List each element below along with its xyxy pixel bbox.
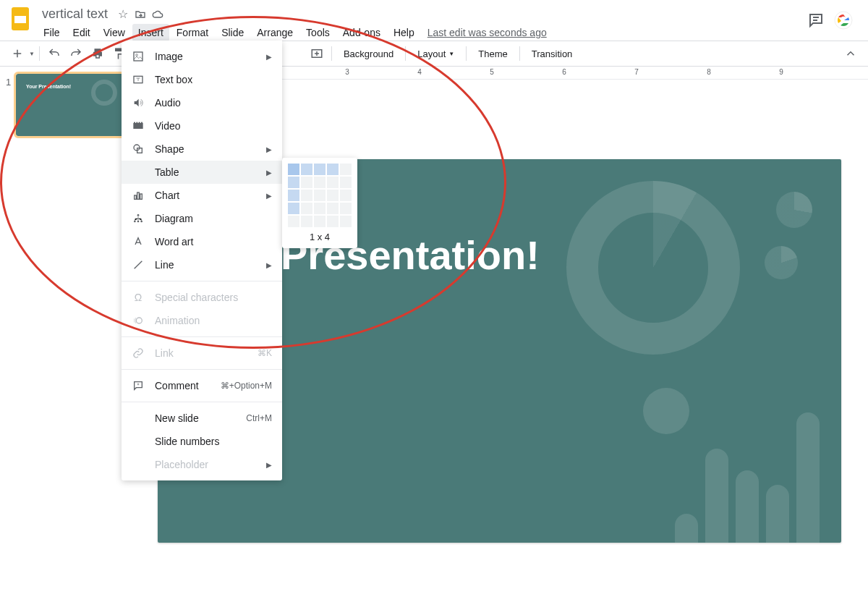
picker-cell[interactable] bbox=[288, 164, 299, 175]
ruler-tick: 7 bbox=[634, 68, 639, 76]
picker-cell[interactable] bbox=[314, 190, 326, 201]
theme-button[interactable]: Theme bbox=[471, 46, 514, 62]
picker-cell[interactable] bbox=[288, 203, 299, 214]
thumbnail-graphic bbox=[91, 80, 117, 106]
menu-item-label: Special characters bbox=[155, 292, 238, 303]
ruler-tick: 4 bbox=[417, 68, 422, 76]
menu-insert[interactable]: Insert bbox=[132, 24, 169, 41]
svg-rect-1 bbox=[14, 16, 26, 23]
menu-view[interactable]: View bbox=[98, 24, 131, 41]
blank-icon bbox=[132, 412, 145, 425]
menu-item-table[interactable]: Table ▶ bbox=[122, 161, 282, 184]
picker-cell[interactable] bbox=[288, 216, 299, 227]
menu-slide[interactable]: Slide bbox=[216, 24, 250, 41]
menu-arrange[interactable]: Arrange bbox=[251, 24, 299, 41]
menu-item-link: Link ⌘K bbox=[122, 342, 282, 365]
slide-graphic-donut bbox=[566, 181, 740, 355]
picker-cell[interactable] bbox=[314, 164, 326, 175]
picker-cell[interactable] bbox=[340, 177, 352, 188]
picker-cell[interactable] bbox=[327, 190, 339, 201]
picker-cell[interactable] bbox=[340, 203, 352, 214]
chart-icon bbox=[132, 189, 145, 202]
svg-line-23 bbox=[135, 261, 142, 269]
picker-cell[interactable] bbox=[301, 203, 312, 214]
menu-item-placeholder: Placeholder ▶ bbox=[122, 453, 282, 476]
picker-cell[interactable] bbox=[327, 216, 339, 227]
picker-cell[interactable] bbox=[327, 177, 339, 188]
menu-item-audio[interactable]: Audio bbox=[122, 91, 282, 114]
svg-rect-9 bbox=[133, 123, 142, 129]
svg-rect-17 bbox=[137, 192, 140, 199]
blank-icon bbox=[132, 458, 145, 471]
title-row: vertical text ☆ bbox=[38, 6, 807, 22]
picker-cell[interactable] bbox=[340, 216, 352, 227]
menu-edit[interactable]: Edit bbox=[67, 24, 96, 41]
picker-cell[interactable] bbox=[340, 190, 352, 201]
document-title[interactable]: vertical text bbox=[38, 6, 112, 22]
picker-cell[interactable] bbox=[314, 177, 326, 188]
fit-button[interactable] bbox=[307, 43, 327, 64]
menu-item-video[interactable]: Video bbox=[122, 114, 282, 137]
menu-item-chart[interactable]: Chart ▶ bbox=[122, 184, 282, 207]
svg-rect-6 bbox=[134, 52, 142, 61]
move-icon[interactable] bbox=[134, 8, 147, 21]
redo-button[interactable] bbox=[66, 43, 86, 64]
picker-cell[interactable] bbox=[314, 203, 326, 214]
picker-cell[interactable] bbox=[301, 177, 312, 188]
menu-item-new-slide[interactable]: New slide Ctrl+M bbox=[122, 407, 282, 430]
menu-item-shape[interactable]: Shape ▶ bbox=[122, 137, 282, 161]
new-slide-dropdown-icon[interactable]: ▼ bbox=[29, 51, 35, 57]
menu-item-image[interactable]: Image ▶ bbox=[122, 45, 282, 68]
line-icon bbox=[132, 258, 145, 271]
picker-cell[interactable] bbox=[301, 190, 312, 201]
menu-item-label: Animation bbox=[155, 315, 200, 326]
cloud-status-icon[interactable] bbox=[151, 8, 164, 21]
menu-item-line[interactable]: Line ▶ bbox=[122, 253, 282, 276]
star-icon[interactable]: ☆ bbox=[116, 8, 129, 21]
picker-grid[interactable] bbox=[288, 164, 352, 227]
picker-cell[interactable] bbox=[340, 164, 352, 175]
menu-item-slide-numbers[interactable]: Slide numbers bbox=[122, 430, 282, 453]
menu-help[interactable]: Help bbox=[388, 24, 420, 41]
layout-button[interactable]: Layout▼ bbox=[410, 46, 461, 62]
picker-cell[interactable] bbox=[327, 164, 339, 175]
picker-cell[interactable] bbox=[314, 216, 326, 227]
menu-item-label: Chart bbox=[155, 190, 179, 201]
header-right bbox=[807, 6, 861, 30]
picker-cell[interactable] bbox=[327, 203, 339, 214]
menu-divider bbox=[122, 281, 282, 281]
slide-thumbnail[interactable]: Your Presentation! bbox=[16, 74, 124, 136]
menu-addons[interactable]: Add-ons bbox=[337, 24, 386, 41]
slides-logo-icon bbox=[7, 6, 33, 32]
menu-item-wordart[interactable]: Word art bbox=[122, 230, 282, 253]
last-edit-link[interactable]: Last edit was seconds ago bbox=[422, 24, 553, 41]
comments-icon[interactable] bbox=[807, 12, 825, 29]
svg-rect-10 bbox=[134, 122, 135, 123]
background-button[interactable]: Background bbox=[336, 46, 401, 62]
google-apps-icon[interactable] bbox=[833, 10, 854, 30]
menu-file[interactable]: File bbox=[38, 24, 66, 41]
picker-cell[interactable] bbox=[288, 177, 299, 188]
undo-button[interactable] bbox=[44, 43, 64, 64]
picker-cell[interactable] bbox=[301, 164, 312, 175]
table-size-picker[interactable]: 1 x 4 bbox=[282, 158, 357, 248]
slide-graphic-bars bbox=[675, 412, 820, 543]
slide-graphic-pie bbox=[765, 246, 798, 279]
picker-cell[interactable] bbox=[301, 216, 312, 227]
menu-tools[interactable]: Tools bbox=[300, 24, 336, 41]
collapse-toolbar-button[interactable] bbox=[841, 43, 861, 64]
submenu-arrow-icon: ▶ bbox=[266, 145, 272, 153]
new-slide-button[interactable] bbox=[7, 43, 27, 64]
menu-format[interactable]: Format bbox=[171, 24, 214, 41]
chevron-down-icon: ▼ bbox=[448, 51, 454, 57]
menu-item-label: Image bbox=[155, 51, 183, 62]
picker-cell[interactable] bbox=[288, 190, 299, 201]
menu-item-textbox[interactable]: Text box bbox=[122, 68, 282, 91]
menu-item-diagram[interactable]: Diagram bbox=[122, 207, 282, 230]
menu-item-comment[interactable]: Comment ⌘+Option+M bbox=[122, 374, 282, 397]
omega-icon: Ω bbox=[132, 291, 145, 304]
slide-thumbnail-row[interactable]: 1 Your Presentation! bbox=[6, 74, 139, 136]
print-button[interactable] bbox=[88, 43, 108, 64]
transition-button[interactable]: Transition bbox=[524, 46, 580, 62]
separator bbox=[466, 46, 467, 61]
